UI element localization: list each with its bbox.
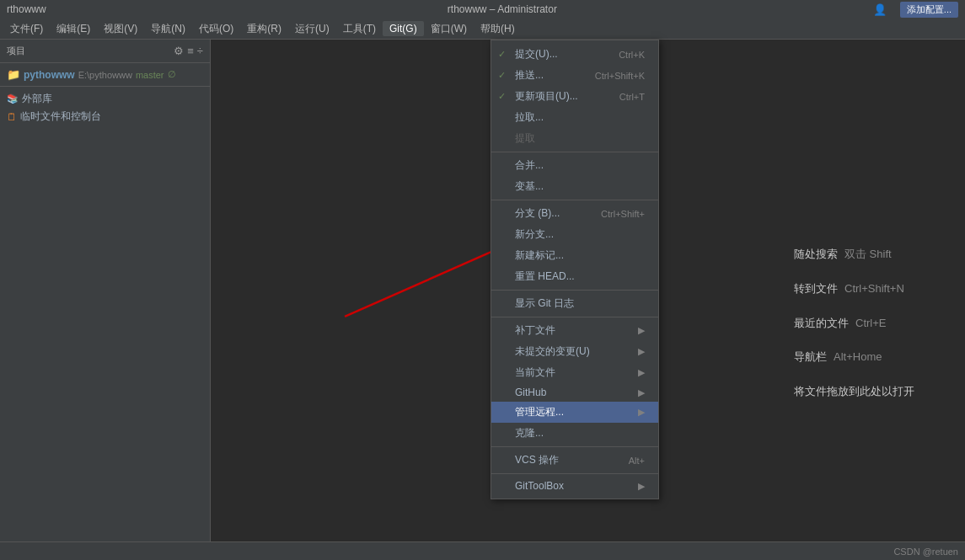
- git-menu-uncommitted[interactable]: 未提交的变更(U) ▶: [491, 341, 658, 362]
- content-area: ✓ 提交(U)... Ctrl+K ✓ 推送... Ctrl+Shift+K ✓…: [211, 40, 965, 560]
- checkmark-commit: ✓: [498, 49, 506, 60]
- app-name: rthowww: [7, 3, 46, 15]
- git-menu-update-label: 更新项目(U)...: [515, 89, 578, 104]
- annotation-recent-files: 最近的文件 Ctrl+E: [794, 315, 914, 333]
- annotation-goto-file-label: 转到文件: [794, 280, 838, 298]
- layout-icon[interactable]: ≡: [187, 45, 194, 57]
- git-menu-update-shortcut: Ctrl+T: [619, 92, 645, 102]
- annotation-recent-files-label: 最近的文件: [794, 315, 849, 333]
- bottom-bar-text: CSDN @retuen: [893, 547, 958, 557]
- git-menu-merge[interactable]: 合并...: [491, 155, 658, 176]
- add-config-button[interactable]: 添加配置...: [900, 2, 958, 18]
- git-menu-vcs-ops-label: VCS 操作: [515, 453, 559, 467]
- menu-item-git[interactable]: Git(G): [383, 21, 424, 36]
- menu-item-file[interactable]: 文件(F): [3, 20, 50, 38]
- git-toolbox-arrow: ▶: [638, 481, 645, 492]
- menu-item-tools[interactable]: 工具(T): [336, 20, 383, 38]
- separator-5: [491, 446, 658, 447]
- git-menu-reset-head[interactable]: 重置 HEAD...: [491, 266, 658, 287]
- external-lib-item[interactable]: 📚 外部库: [0, 90, 210, 108]
- git-menu-commit-shortcut: Ctrl+K: [619, 50, 645, 60]
- git-menu-fetch: 提取: [491, 128, 658, 149]
- external-lib-label: 外部库: [22, 92, 52, 106]
- annotation-navbar-label: 导航栏: [794, 349, 827, 366]
- top-right-area: 👤 添加配置...: [866, 0, 965, 19]
- current-file-arrow: ▶: [638, 367, 645, 378]
- git-menu-push-label: 推送...: [515, 68, 544, 83]
- annotation-everywhere-search-shortcut: 双击 Shift: [844, 246, 892, 264]
- git-dropdown-menu: ✓ 提交(U)... Ctrl+K ✓ 推送... Ctrl+Shift+K ✓…: [491, 40, 659, 499]
- menu-item-navigate[interactable]: 导航(N): [144, 20, 192, 38]
- sidebar-title: 项目: [7, 45, 25, 57]
- git-menu-update[interactable]: ✓ 更新项目(U)... Ctrl+T: [491, 86, 658, 107]
- main-layout: 项目 ⚙ ≡ ÷ 📁 pythowww E:\pythowww master ∅…: [0, 40, 965, 560]
- checkmark-push: ✓: [498, 70, 506, 81]
- github-arrow: ▶: [638, 387, 645, 398]
- git-menu-new-branch[interactable]: 新分支...: [491, 224, 658, 245]
- git-menu-push-shortcut: Ctrl+Shift+K: [595, 71, 645, 81]
- git-menu-patch[interactable]: 补丁文件 ▶: [491, 320, 658, 341]
- git-menu-github[interactable]: GitHub ▶: [491, 383, 658, 402]
- annotation-everywhere-search: 随处搜索 双击 Shift: [794, 246, 914, 264]
- modified-indicator: ∅: [168, 69, 176, 80]
- git-menu-rebase[interactable]: 变基...: [491, 176, 658, 197]
- git-menu-branch[interactable]: 分支 (B)... Ctrl+Shift+: [491, 203, 658, 224]
- sidebar-header-left: 项目: [7, 45, 25, 57]
- temp-files-icon: 🗒: [7, 111, 17, 123]
- git-menu-rebase-label: 变基...: [515, 179, 544, 194]
- title-bar: rthowww rthowww – Administrator 👤 添加配置..…: [0, 0, 965, 19]
- annotation-recent-files-shortcut: Ctrl+E: [855, 315, 886, 333]
- git-menu-current-file[interactable]: 当前文件 ▶: [491, 362, 658, 383]
- project-name: pythowww: [24, 69, 75, 81]
- annotation-drag-drop: 将文件拖放到此处以打开: [794, 383, 914, 401]
- project-tree: 📁 pythowww E:\pythowww master ∅ 📚 外部库 🗒 …: [0, 63, 210, 129]
- menu-item-edit[interactable]: 编辑(E): [50, 20, 97, 38]
- menu-bar: 文件(F) 编辑(E) 视图(V) 导航(N) 代码(O) 重构(R) 运行(U…: [0, 19, 965, 40]
- menu-item-code[interactable]: 代码(O): [192, 20, 240, 38]
- git-menu-git-toolbox[interactable]: GitToolBox ▶: [491, 477, 658, 495]
- right-annotations: 随处搜索 双击 Shift 转到文件 Ctrl+Shift+N 最近的文件 Ct…: [794, 246, 914, 401]
- separator-2: [491, 200, 658, 200]
- git-menu-vcs-ops[interactable]: VCS 操作 Alt+: [491, 450, 658, 471]
- title-bar-title: rthowww – Administrator: [46, 3, 958, 15]
- settings-icon[interactable]: ⚙: [174, 45, 184, 57]
- git-menu-git-toolbox-label: GitToolBox: [515, 480, 564, 492]
- tree-divider: [0, 86, 210, 87]
- temp-files-label: 临时文件和控制台: [20, 109, 101, 124]
- git-menu-branch-label: 分支 (B)...: [515, 206, 560, 221]
- separator-3: [491, 290, 658, 291]
- git-menu-commit[interactable]: ✓ 提交(U)... Ctrl+K: [491, 44, 658, 65]
- annotation-everywhere-search-label: 随处搜索: [794, 246, 838, 264]
- git-menu-new-tag[interactable]: 新建标记...: [491, 245, 658, 266]
- folder-icon: 📁: [7, 68, 20, 81]
- git-menu-push[interactable]: ✓ 推送... Ctrl+Shift+K: [491, 65, 658, 86]
- collapse-icon[interactable]: ÷: [197, 45, 203, 57]
- branch-name: master: [136, 70, 164, 80]
- bottom-bar: CSDN @retuen: [0, 541, 965, 560]
- menu-item-refactor[interactable]: 重构(R): [240, 20, 288, 38]
- menu-item-window[interactable]: 窗口(W): [424, 20, 474, 38]
- git-menu-manage-remote[interactable]: 管理远程... ▶: [491, 402, 658, 423]
- project-path: E:\pythowww: [78, 70, 132, 80]
- project-root-item[interactable]: 📁 pythowww E:\pythowww master ∅: [0, 67, 210, 83]
- separator-1: [491, 152, 658, 152]
- git-menu-pull[interactable]: 拉取...: [491, 107, 658, 128]
- git-menu-show-log[interactable]: 显示 Git 日志: [491, 293, 658, 314]
- annotation-navbar-shortcut: Alt+Home: [834, 349, 882, 366]
- git-menu-clone[interactable]: 克隆...: [491, 423, 658, 444]
- temp-files-item[interactable]: 🗒 临时文件和控制台: [0, 108, 210, 125]
- menu-item-run[interactable]: 运行(U): [288, 20, 336, 38]
- separator-4: [491, 317, 658, 317]
- annotation-navbar: 导航栏 Alt+Home: [794, 349, 914, 366]
- git-menu-patch-label: 补丁文件: [515, 323, 555, 338]
- git-menu-github-label: GitHub: [515, 387, 546, 398]
- user-icon[interactable]: 👤: [873, 3, 887, 16]
- git-menu-manage-remote-label: 管理远程...: [515, 405, 564, 419]
- menu-item-help[interactable]: 帮助(H): [474, 20, 522, 38]
- git-menu-commit-label: 提交(U)...: [515, 47, 558, 61]
- sidebar: 项目 ⚙ ≡ ÷ 📁 pythowww E:\pythowww master ∅…: [0, 40, 211, 560]
- uncommitted-arrow: ▶: [638, 346, 645, 357]
- git-menu-new-tag-label: 新建标记...: [515, 248, 564, 263]
- checkmark-update: ✓: [498, 91, 506, 102]
- menu-item-view[interactable]: 视图(V): [97, 20, 144, 38]
